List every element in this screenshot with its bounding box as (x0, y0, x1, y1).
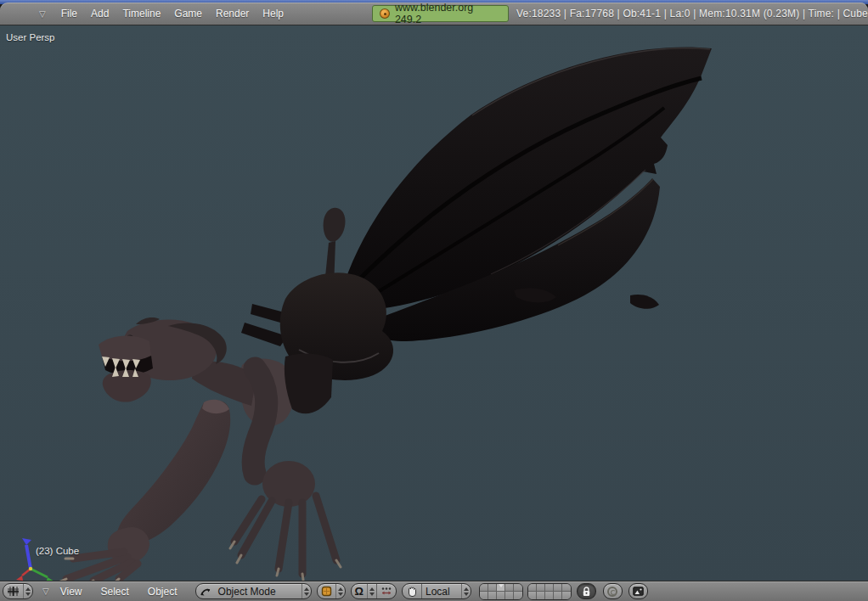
orientation-dropdown-value: Local (422, 586, 461, 598)
header-collapse-icon[interactable]: ▽ (42, 587, 49, 596)
layer-button[interactable] (537, 592, 545, 599)
hand-manipulator-icon[interactable] (403, 584, 421, 598)
render-preview-button[interactable] (628, 583, 648, 599)
layer-button[interactable] (505, 592, 514, 599)
mode-dropdown-value: Object Mode (215, 586, 279, 598)
viewport-3d[interactable]: User Persp (0, 25, 868, 581)
layer-button[interactable] (514, 584, 522, 592)
move-object-centers-icon[interactable] (377, 584, 396, 598)
layer-button[interactable] (562, 592, 571, 599)
layer-buttons-group-2 (527, 583, 572, 600)
object-mode-arrow-icon (196, 584, 215, 598)
axis-gizmo (16, 538, 54, 581)
version-badge[interactable]: www.blender.org 249.2 (372, 5, 509, 22)
menu-select[interactable]: Select (101, 586, 129, 598)
layer-button[interactable] (537, 584, 545, 592)
proportional-falloff-icon (607, 587, 617, 597)
menu-object[interactable]: Object (148, 586, 178, 598)
mode-dropdown[interactable]: Object Mode (195, 583, 312, 599)
layer-button[interactable] (497, 592, 505, 599)
header-collapse-icon[interactable]: ▽ (39, 9, 46, 19)
active-object-label: (23) Cube (36, 546, 79, 556)
grid-3d-view-icon (3, 584, 23, 598)
layer-button[interactable] (554, 592, 562, 599)
layer-button[interactable] (480, 584, 488, 592)
version-badge-label: www.blender.org 249.2 (395, 2, 501, 25)
info-header: ▽ File Add Timeline Game Render Help www… (0, 3, 868, 25)
menu-add[interactable]: Add (91, 8, 109, 20)
layer-button[interactable] (505, 584, 514, 592)
draw-type-dropdown[interactable] (317, 583, 346, 599)
layer-button[interactable] (528, 592, 537, 599)
blender-logo-dot-icon (380, 8, 390, 19)
editor-type-dropdown[interactable] (3, 583, 33, 599)
menu-file[interactable]: File (61, 8, 77, 20)
menu-game[interactable]: Game (174, 8, 202, 20)
menu-help[interactable]: Help (262, 8, 284, 20)
layer-button[interactable] (554, 584, 562, 592)
layer-button[interactable] (562, 584, 571, 592)
pivot-dropdown[interactable]: Ω (351, 583, 397, 599)
menu-render[interactable]: Render (216, 8, 249, 20)
rotation-pivot-icon: Ω (352, 584, 367, 598)
scene-stats: Ve:18233 | Fa:17768 | Ob:41-1 | La:0 | M… (516, 8, 868, 20)
mode-dropdown-stepper[interactable] (302, 584, 311, 598)
layer-button[interactable] (488, 584, 497, 592)
layer-button[interactable] (528, 584, 537, 592)
blender-window: ▽ File Add Timeline Game Render Help www… (0, 0, 868, 601)
creature-model[interactable] (0, 25, 868, 581)
orientation-stepper[interactable] (461, 584, 471, 598)
layer-buttons-group-1 (479, 583, 523, 600)
pivot-stepper[interactable] (367, 584, 376, 598)
layer-button[interactable] (480, 592, 488, 599)
padlock-icon (582, 587, 591, 597)
layer-button[interactable] (514, 592, 522, 599)
menu-view[interactable]: View (60, 586, 82, 598)
lock-layers-toggle[interactable] (577, 583, 596, 599)
menu-timeline[interactable]: Timeline (122, 8, 161, 20)
layer-button[interactable] (545, 584, 554, 592)
orientation-dropdown[interactable]: Local (402, 583, 471, 599)
layer-button[interactable] (497, 584, 505, 592)
viewport-header: ▽ View Select Object Object Mode (0, 581, 868, 601)
layer-button[interactable] (488, 592, 497, 599)
solid-shading-icon (318, 584, 335, 598)
draw-type-stepper[interactable] (335, 584, 345, 598)
render-preview-icon (633, 587, 644, 596)
editor-type-stepper[interactable] (23, 584, 32, 598)
layer-button[interactable] (545, 592, 554, 599)
proportional-edit-button[interactable] (603, 583, 623, 599)
